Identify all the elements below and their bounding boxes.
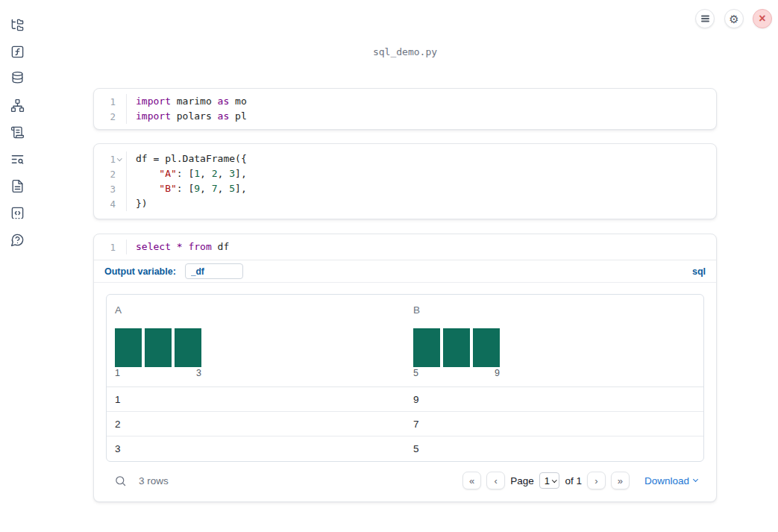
fold-toggle[interactable] (116, 158, 123, 160)
code-token: pl (229, 110, 246, 122)
cell-value: 3 (107, 443, 405, 454)
column-b-histogram (413, 328, 703, 367)
code-token: select (136, 241, 171, 252)
code-token: mo (229, 96, 246, 107)
code-token (171, 241, 177, 252)
cell-value: 9 (405, 394, 703, 405)
search-icon (114, 475, 127, 487)
table-row[interactable]: 3 5 (107, 436, 703, 461)
cell-value: 5 (405, 443, 703, 454)
sidebar-item-dependencies[interactable] (9, 97, 25, 113)
search-button[interactable] (113, 473, 128, 488)
page-of-label: of 1 (565, 475, 582, 486)
code-token: 2 (212, 168, 218, 179)
code-token: marimo (171, 96, 218, 107)
previous-page-button[interactable]: ‹ (486, 472, 505, 489)
code-line: }) (136, 196, 247, 211)
chevron-down-icon (117, 156, 122, 160)
table-row[interactable]: 1 9 (107, 387, 703, 412)
table-header-row: A 1 3 B 5 9 (107, 295, 703, 387)
sidebar-item-tracebacks[interactable] (9, 151, 25, 167)
page-select[interactable]: 1 (539, 472, 560, 489)
sidebar-item-snippets[interactable] (9, 204, 25, 221)
pagination-controls: « ‹ Page 1 of 1 › » Download (462, 472, 697, 489)
sidebar-item-help[interactable] (9, 231, 25, 248)
code-token: as (218, 96, 230, 107)
code-token: from (188, 241, 211, 252)
column-name: A (115, 304, 405, 316)
sql-editor[interactable]: 1 select * from df (94, 234, 716, 260)
row-count-label: 3 rows (139, 475, 169, 486)
histogram-bar (145, 328, 172, 367)
first-page-button[interactable]: « (462, 472, 481, 489)
next-page-button[interactable]: › (587, 472, 606, 489)
column-header-a[interactable]: A 1 3 (107, 295, 405, 387)
database-icon (10, 71, 25, 85)
menu-button[interactable] (695, 9, 715, 28)
line-number: 1 (110, 154, 116, 165)
dependency-graph-icon (10, 98, 25, 113)
histogram-axis: 5 9 (413, 368, 500, 379)
code-token: 5 (229, 183, 235, 194)
code-token: : [ (177, 168, 194, 179)
histogram-bar (115, 328, 142, 367)
code-token: , (218, 183, 230, 194)
code-snippets-icon (10, 206, 25, 220)
code-token: , (200, 183, 212, 194)
cell-value: 1 (107, 394, 405, 405)
sidebar-item-variables[interactable] (9, 43, 25, 60)
chevron-down-icon (693, 477, 698, 482)
code-token: , (218, 168, 230, 179)
column-header-b[interactable]: B 5 9 (405, 295, 703, 387)
download-label: Download (644, 475, 689, 486)
code-token: ], (235, 168, 247, 179)
sidebar-item-documentation[interactable] (9, 178, 25, 194)
code-line: import marimo as mo (136, 94, 247, 109)
sidebar-item-files[interactable] (9, 16, 25, 33)
axis-min-label: 5 (413, 368, 418, 379)
code-token: 1 (194, 168, 200, 179)
code-editor[interactable]: 1 2 3 4 df = pl.DataFrame({ "A": [1, 2, … (94, 144, 716, 219)
dataframe-table: A 1 3 B 5 9 (106, 294, 704, 462)
code-line: "A": [1, 2, 3], (136, 166, 247, 181)
column-a-histogram (115, 328, 405, 367)
histogram-bar (473, 328, 500, 367)
histogram-bar (413, 328, 440, 367)
code-token: , (200, 168, 212, 179)
gear-icon: ⚙ (729, 13, 738, 25)
sidebar-item-logs[interactable] (9, 124, 25, 140)
axis-max-label: 3 (196, 368, 201, 379)
code-token: df (212, 241, 229, 252)
code-editor[interactable]: 1 2 import marimo as mo import polars as… (94, 89, 716, 129)
code-token: 3 (229, 168, 235, 179)
download-button[interactable]: Download (644, 475, 697, 486)
code-cell-imports: 1 2 import marimo as mo import polars as… (93, 88, 717, 130)
settings-button[interactable]: ⚙ (724, 9, 744, 28)
histogram-bar (175, 328, 201, 367)
output-variable-label: Output variable: (104, 266, 176, 277)
line-number: 3 (110, 184, 116, 195)
line-number-gutter: 1 (94, 240, 127, 254)
line-number: 4 (110, 198, 116, 210)
cell-value: 2 (107, 419, 405, 430)
shutdown-button[interactable]: × (753, 9, 772, 28)
code-token: 9 (194, 183, 200, 194)
sidebar-item-datasources[interactable] (9, 69, 25, 86)
code-token (136, 168, 159, 179)
page-select-value: 1 (545, 475, 550, 486)
table-row[interactable]: 2 7 (107, 412, 703, 436)
code-line: "B": [9, 7, 5], (136, 181, 247, 196)
code-line: select * from df (136, 240, 229, 254)
code-cell-dataframe: 1 2 3 4 df = pl.DataFrame({ "A": [1, 2, … (93, 143, 717, 219)
last-page-button[interactable]: » (611, 472, 630, 489)
code-token: df = pl.DataFrame({ (136, 153, 247, 164)
code-token: "A" (159, 168, 176, 179)
column-name: B (413, 304, 703, 316)
histogram-bar (443, 328, 470, 367)
code-token: import (136, 110, 171, 122)
line-number: 2 (110, 169, 116, 180)
code-token (136, 183, 159, 194)
line-number-gutter: 1 2 3 4 (94, 151, 127, 211)
code-token: * (177, 241, 183, 252)
output-variable-input[interactable] (185, 263, 243, 279)
